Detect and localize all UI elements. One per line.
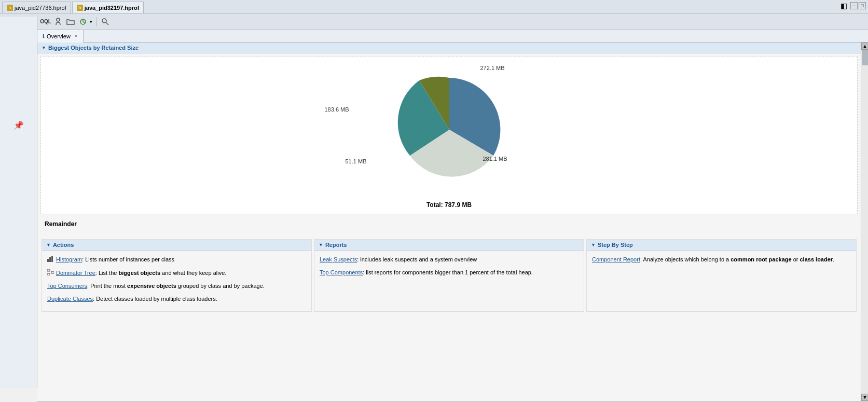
overview-tab-label: Overview [47,33,71,39]
dominator-icon [47,269,54,279]
histogram-link[interactable]: Histogram [56,256,82,262]
acquire-button[interactable] [78,17,88,27]
vertical-scrollbar[interactable]: ▲ ▼ [861,43,868,401]
class-loader-bold: class loader [800,256,833,262]
right-panel-icon[interactable]: ◧ [841,2,847,10]
leak-suspects-link-text: Leak Suspects: includes leak suspects an… [320,255,477,265]
leak-suspects-action: Leak Suspects: includes leak suspects an… [320,255,578,265]
svg-rect-17 [47,269,50,271]
duplicate-classes-link-text: Duplicate Classes: Detect classes loaded… [47,294,217,304]
search-button[interactable] [100,17,111,27]
three-column-section: ▼ Actions Histogram: Lists number of ins… [40,239,858,312]
biggest-objects-bold: biggest objects [118,270,160,276]
svg-line-13 [106,22,109,25]
thread-button[interactable] [53,17,63,27]
hprof-icon-1: h [7,5,13,11]
overview-tab[interactable]: ℹ Overview × [37,30,84,43]
svg-rect-15 [49,257,51,262]
svg-rect-14 [47,259,49,262]
file-tab-1-label: java_pid27736.hprof [15,5,66,11]
overview-tab-bar: ℹ Overview × [37,30,868,43]
content-panel: ▲ ▼ ▼ Biggest Objects by Retained Size [37,43,868,401]
toolbar-separator [97,17,97,26]
oql-button[interactable]: OQL [40,17,51,27]
svg-rect-16 [51,256,53,262]
acquire-dropdown[interactable]: ▾ [88,17,93,27]
pin-icon[interactable]: 📌 [13,120,24,130]
dominator-action: Dominator Tree: List the biggest objects… [47,268,306,279]
common-root-bold: common root package [731,256,791,262]
file-tab-2[interactable]: h java_pid32197.hprof [72,2,144,13]
left-sidebar: 📌 [0,17,37,387]
biggest-objects-header: ▼ Biggest Objects by Retained Size [37,43,861,53]
actions-header: ▼ Actions [42,240,311,251]
histogram-icon [47,255,54,265]
step-by-step-header: ▼ Step By Step [587,240,856,251]
actions-section: ▼ Actions Histogram: Lists number of ins… [42,239,312,312]
histogram-action: Histogram: Lists number of instances per… [47,255,306,265]
expand-arrow[interactable]: ▼ [42,45,46,50]
overview-tab-close[interactable]: × [75,33,78,39]
component-report-link-text: Component Report: Analyze objects which … [592,255,834,265]
main-toolbar: i OQL ▾ [0,13,868,30]
chart-label-183: 183.6 MB [325,106,349,113]
actions-title: Actions [53,242,74,248]
top-consumers-link-text: Top Consumers: Print the most expensive … [47,281,265,291]
remainder-section: Remainder [37,217,861,235]
reports-header: ▼ Reports [314,240,584,251]
svg-point-8 [57,18,60,21]
chart-container: 272.1 MB 281.1 MB 183.6 MB 51.1 MB Total… [40,57,858,214]
step-by-step-title: Step By Step [598,242,633,248]
top-consumers-link[interactable]: Top Consumers [47,283,87,289]
overview-info-icon: ℹ [43,33,45,39]
reports-title: Reports [325,242,347,248]
reports-section: ▼ Reports Leak Suspects: includes leak s… [314,239,584,312]
duplicate-classes-action: Duplicate Classes: Detect classes loaded… [47,294,306,304]
svg-rect-19 [51,271,54,273]
maximize-button[interactable]: □ [859,2,866,9]
histogram-link-text: Histogram: Lists number of instances per… [56,255,174,265]
leak-suspects-link[interactable]: Leak Suspects [320,256,357,262]
pie-chart-wrapper: 272.1 MB 281.1 MB 183.6 MB 51.1 MB [340,62,558,197]
top-components-link-text: Top Components: list reports for compone… [320,268,533,278]
scroll-up-button[interactable]: ▲ [861,43,868,50]
dominator-link[interactable]: Dominator Tree [56,270,95,276]
pie-chart-svg [387,70,512,189]
top-components-link[interactable]: Top Components [320,269,363,275]
reports-arrow[interactable]: ▼ [319,242,323,247]
expensive-objects-bold: expensive objects [127,283,176,289]
minimize-button[interactable]: ─ [850,2,858,9]
svg-line-11 [83,22,85,23]
chart-label-51: 51.1 MB [346,158,367,164]
top-components-action: Top Components: list reports for compone… [320,268,578,278]
component-report-action: Component Report: Analyze objects which … [592,255,851,265]
scroll-down-button[interactable]: ▼ [861,394,868,401]
hprof-icon-2: h [77,5,83,11]
file-tab-2-label: java_pid32197.hprof [85,5,140,11]
actions-content: Histogram: Lists number of instances per… [42,251,311,311]
dominator-link-text: Dominator Tree: List the biggest objects… [56,268,226,278]
reports-content: Leak Suspects: includes leak suspects an… [314,251,584,284]
chart-label-281: 281.1 MB [483,156,507,162]
scroll-thumb[interactable] [862,50,868,65]
open-button[interactable] [65,17,76,27]
file-tab-1[interactable]: h java_pid27736.hprof [2,2,71,13]
remainder-label: Remainder [45,220,77,228]
chart-label-272: 272.1 MB [480,65,505,71]
acquire-button-group: ▾ [78,17,93,27]
step-by-step-arrow[interactable]: ▼ [591,242,596,247]
component-report-link[interactable]: Component Report [592,256,640,262]
actions-arrow[interactable]: ▼ [46,242,51,247]
svg-rect-18 [47,273,50,275]
histogram-desc: : Lists number of instances per class [82,256,174,262]
biggest-objects-title: Biggest Objects by Retained Size [48,45,139,51]
step-by-step-content: Component Report: Analyze objects which … [587,251,856,272]
top-consumers-action: Top Consumers: Print the most expensive … [47,281,306,291]
step-by-step-section: ▼ Step By Step Component Report: Analyze… [586,239,857,312]
duplicate-classes-link[interactable]: Duplicate Classes [47,296,93,302]
chart-total: Total: 787.9 MB [426,201,472,209]
svg-point-12 [102,19,106,23]
